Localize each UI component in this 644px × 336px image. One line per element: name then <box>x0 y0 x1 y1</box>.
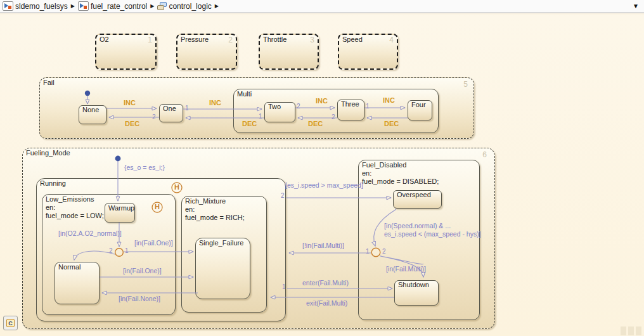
state-rich-mixture-action: fuel_mode = RICH; <box>185 214 245 221</box>
transition-label-in-speed-normal[interactable]: [in(Speed.normal) & ... <box>384 222 451 229</box>
transition-number: 2 <box>109 247 113 254</box>
chart-canvas[interactable]: O2 1 Pressure 2 Throttle 3 Speed 4 Fail … <box>0 15 644 336</box>
transition-label-dec[interactable]: DEC <box>125 120 139 127</box>
chart-icon <box>157 2 167 10</box>
transition-label-speed-gt[interactable]: [es_i.speed > max_speed] <box>285 181 363 189</box>
state-low-emissions-action: fuel_mode = LOW; <box>46 212 104 219</box>
transition-label-in-fail-one[interactable]: [in(Fail.One)] <box>134 239 173 247</box>
breadcrumb-dropdown-icon[interactable]: ▼ <box>633 3 639 10</box>
subchart-throttle[interactable]: Throttle 3 <box>259 34 319 70</box>
transition-label-init-action[interactable]: {es_o = es_i;} <box>124 164 165 171</box>
state-overspeed-label: Overspeed <box>397 191 431 198</box>
state-four[interactable]: Four <box>408 100 432 120</box>
transition-label-speed-lt[interactable]: es_i.speed < (max_speed - hys)] <box>384 230 481 238</box>
state-none-label: None <box>82 106 99 113</box>
subchart-throttle-label: Throttle <box>263 36 287 43</box>
state-one[interactable]: One <box>159 104 183 122</box>
state-shutdown-label: Shutdown <box>398 281 429 288</box>
state-three-label: Three <box>341 100 359 108</box>
state-warmup-label: Warmup <box>108 204 134 212</box>
transition-label-in-fail-one[interactable]: [in(Fail.One)] <box>123 267 162 275</box>
state-fail-label: Fail <box>43 79 55 86</box>
state-multi-label: Multi <box>237 90 252 98</box>
transition-label-enter-fail-multi[interactable]: enter(Fail.Multi) <box>302 279 349 287</box>
state-single-failure-label: Single_Failure <box>199 239 243 247</box>
transition-number: 2 <box>281 192 285 199</box>
resize-grip[interactable] <box>621 326 641 335</box>
transition-number: 1 <box>185 105 189 112</box>
transition-label-inc[interactable]: INC <box>124 99 136 107</box>
chevron-right-icon: ▶ <box>71 3 75 9</box>
transition-label-not-in-fail-multi[interactable]: [!in(Fail.Multi)] <box>302 242 344 249</box>
state-normal-label: Normal <box>58 263 80 271</box>
action-language-c-icon: C <box>6 319 15 327</box>
transition-number: 2 <box>332 113 335 120</box>
transition-number: 1 <box>125 247 129 254</box>
subchart-throttle-number: 3 <box>310 36 314 44</box>
state-running-label: Running <box>40 179 66 187</box>
state-overspeed[interactable]: Overspeed <box>393 190 442 209</box>
subchart-pressure-number: 2 <box>228 36 233 44</box>
chevron-right-icon: ▶ <box>150 3 154 9</box>
transition-label-dec[interactable]: DEC <box>384 120 399 127</box>
transition-label-inc[interactable]: INC <box>209 99 221 107</box>
transition-number: 1 <box>366 248 370 255</box>
state-one-label: One <box>163 105 176 112</box>
transition-number: 1 <box>366 103 370 110</box>
state-none[interactable]: None <box>79 105 106 124</box>
breadcrumb-item-chart[interactable]: control_logic <box>169 2 211 11</box>
state-fuel-disabled-en: en: <box>362 169 371 177</box>
transition-label-dec[interactable]: DEC <box>242 120 257 127</box>
transition-label-inc[interactable]: INC <box>383 96 395 104</box>
transition-label-inc[interactable]: INC <box>316 97 328 105</box>
transition-label-in-o2-normal[interactable]: [in(O2.A.O2_normal)] <box>58 229 122 237</box>
breadcrumb-item-subsystem[interactable]: fuel_rate_control <box>91 2 147 11</box>
breadcrumb: sldemo_fuelsys ▶ fuel_rate_control ▶ con… <box>0 0 644 13</box>
state-two[interactable]: Two <box>264 102 295 122</box>
history-junction-label: H <box>155 203 160 210</box>
subchart-o2[interactable]: O2 1 <box>95 34 157 70</box>
transition-number: 2 <box>152 113 156 120</box>
transition-number: 1 <box>259 113 262 120</box>
history-junction-label: H <box>174 183 179 191</box>
subchart-o2-number: 1 <box>148 36 152 44</box>
subchart-speed-label: Speed <box>342 36 363 43</box>
subchart-speed[interactable]: Speed 4 <box>338 34 398 70</box>
state-single-failure[interactable]: Single_Failure <box>195 238 250 299</box>
transition-number: 1 <box>282 283 286 290</box>
state-fuel-disabled-label: Fuel_Disabled <box>362 161 406 169</box>
chevron-right-icon: ▶ <box>215 3 219 9</box>
state-three[interactable]: Three <box>337 100 364 120</box>
transition-number: 2 <box>382 248 386 255</box>
state-fueling-mode-label: Fueling_Mode <box>26 149 70 157</box>
model-icon <box>3 1 13 11</box>
subchart-o2-label: O2 <box>100 36 109 43</box>
subchart-pressure-label: Pressure <box>181 36 209 43</box>
transition-number: 2 <box>297 103 300 110</box>
state-rich-mixture-en: en: <box>185 205 195 213</box>
transition-label-exit-fail-multi[interactable]: exit(Fail.Multi) <box>306 299 347 307</box>
subsystem-icon <box>78 1 89 11</box>
state-low-emissions-label: Low_Emissions <box>46 195 94 203</box>
subchart-pressure[interactable]: Pressure 2 <box>176 34 237 70</box>
state-four-label: Four <box>411 101 426 108</box>
action-language-badge[interactable]: C <box>3 316 18 330</box>
state-fail-number: 5 <box>463 80 468 89</box>
subchart-speed-number: 4 <box>389 36 394 44</box>
stateflow-editor-window: sldemo_fuelsys ▶ fuel_rate_control ▶ con… <box>0 0 644 336</box>
state-shutdown[interactable]: Shutdown <box>394 280 439 306</box>
breadcrumb-item-model[interactable]: sldemo_fuelsys <box>15 2 68 11</box>
state-warmup[interactable]: Warmup <box>105 203 135 223</box>
state-normal[interactable]: Normal <box>55 262 100 304</box>
state-fueling-mode-number: 6 <box>482 150 487 159</box>
state-two-label: Two <box>268 103 281 110</box>
state-low-emissions-en: en: <box>46 204 55 211</box>
state-rich-mixture-label: Rich_Mixture <box>185 197 226 205</box>
state-fuel-disabled-action: fuel_mode = DISABLED; <box>362 178 439 185</box>
transition-label-dec[interactable]: DEC <box>308 120 323 127</box>
transition-label-in-fail-none[interactable]: [in(Fail.None)] <box>119 295 160 302</box>
transition-label-in-fail-multi[interactable]: [in(Fail.Multi)] <box>386 265 426 273</box>
